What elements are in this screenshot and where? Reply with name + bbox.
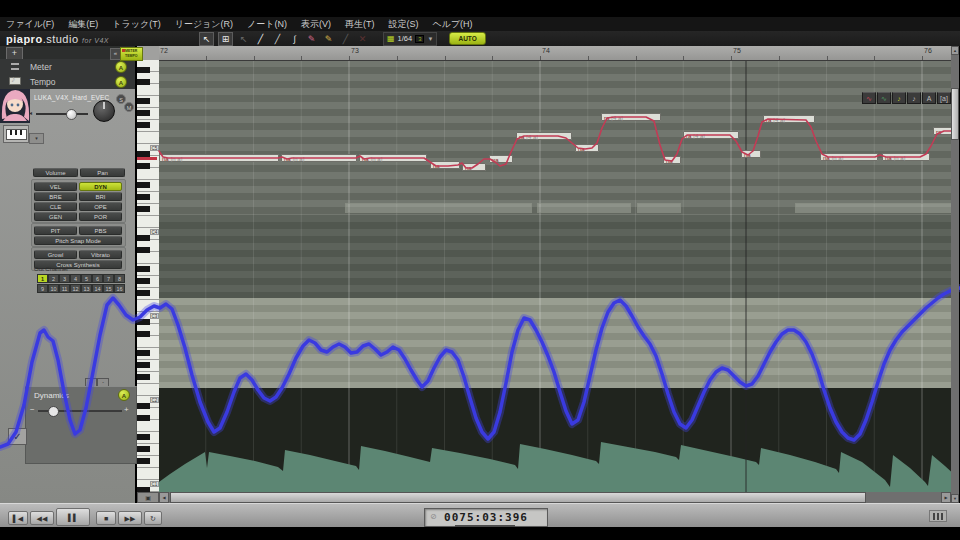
piano-keyboard[interactable]: C5C4C3C2C1 [137,60,159,492]
black-key[interactable] [137,319,150,325]
chevron-down-icon[interactable]: ▼ [427,36,433,42]
black-key[interactable] [137,110,150,116]
marker-tool[interactable]: ✎ [322,33,335,45]
black-key[interactable] [137,163,150,169]
black-key[interactable] [137,290,150,296]
horizontal-scrollbar[interactable]: ▣ ◀ ▶ [137,492,951,503]
auto-button[interactable]: AUTO [449,32,485,45]
out-channel-11[interactable]: 11 [59,284,70,293]
menu-item[interactable]: トラック(T) [112,18,160,31]
lane-visible-checkbox[interactable]: ✓ [8,428,27,445]
dynamics-curve-toggle[interactable]: ∿ [877,92,891,104]
out-channel-2[interactable]: 2 [48,274,59,283]
scroll-left-icon[interactable]: ◀ [159,492,169,503]
out-channel-15[interactable]: 15 [103,284,114,293]
pencil-tool[interactable]: ╱ [254,33,267,45]
delete-tool[interactable]: ✕ [356,33,369,45]
note[interactable]: na [741,150,761,158]
pitch-curve-toggle[interactable]: ∿ [862,92,876,104]
curve-tool[interactable]: ∫ [288,33,301,45]
note[interactable]: na [430,161,460,169]
forward-button[interactable]: ▶▶ [118,511,142,525]
meter-auto-button[interactable]: A [115,61,127,73]
dynamics-zoom-thumb[interactable] [48,406,59,417]
note[interactable]: na[n a] [820,153,878,161]
eraser-tool[interactable]: ✎ [305,33,318,45]
param-button-volume[interactable]: Volume [33,168,78,177]
note[interactable]: na[n a] [281,154,357,162]
note[interactable]: na [575,144,599,152]
note[interactable]: na[n a] [882,153,930,161]
menu-item[interactable]: 設定(S) [388,18,418,31]
black-key[interactable] [137,362,150,368]
track-name[interactable]: LUKA_V4X_Hard_EVEC [34,94,110,101]
out-channel-14[interactable]: 14 [92,284,103,293]
black-key[interactable] [137,206,150,212]
black-key[interactable] [137,331,150,337]
hand-tool[interactable]: ⊞ [218,32,233,46]
quantize-control[interactable]: ▦ 1/64 3 ▼ [383,32,437,46]
pause-button[interactable]: ▌▌ [56,508,90,526]
arrow-tool[interactable]: ↖ [237,33,250,45]
scroll-down-icon[interactable]: ▼ [951,494,959,503]
out-channel-6[interactable]: 6 [92,274,103,283]
param-button-pan[interactable]: Pan [80,168,125,177]
menu-item[interactable]: リージョン(R) [175,18,233,31]
black-key[interactable] [137,266,150,272]
param-button-por[interactable]: POR [79,212,122,221]
tempo-track-row[interactable]: Tempo A [0,74,135,90]
audio-preview-toggle[interactable]: ♪ [892,92,906,104]
menu-item[interactable]: 表示(V) [301,18,331,31]
note[interactable]: ra[4 a] [763,115,815,123]
menu-item[interactable]: 編集(E) [68,18,98,31]
param-button-dyn[interactable]: DYN [79,182,122,191]
menu-item[interactable]: ヘルプ(H) [432,18,472,31]
black-key[interactable] [137,182,150,188]
note-name-toggle[interactable]: ♪ [907,92,921,104]
param-button-ope[interactable]: OPE [79,202,122,211]
mute-button[interactable]: M [124,102,134,112]
param-button-pbs[interactable]: PBS [79,226,122,235]
timeline-ruler[interactable]: 7273747576 [159,46,951,61]
black-key[interactable] [137,415,150,421]
param-button-vibrato[interactable]: Vibrato [79,250,122,259]
out-channel-12[interactable]: 12 [70,284,81,293]
scroll-up-icon[interactable]: ▲ [951,46,959,55]
volume-slider-thumb[interactable] [66,109,77,120]
black-key[interactable] [137,79,150,85]
black-key[interactable] [137,247,150,253]
black-key[interactable] [137,67,150,73]
tempo-auto-button[interactable]: A [115,76,127,88]
black-key[interactable] [137,446,150,452]
dynamics-zoom-out[interactable]: − [30,405,35,414]
param-button-cle[interactable]: CLE [34,202,77,211]
param-button-gen[interactable]: GEN [34,212,77,221]
meter-track-row[interactable]: Meter A [0,59,135,75]
menu-item[interactable]: ノート(N) [247,18,287,31]
out-channel-1[interactable]: 1 [37,274,48,283]
note[interactable]: ra[4 a] [601,113,661,121]
note[interactable]: ra[4 a] [516,132,572,140]
black-key[interactable] [137,374,150,380]
out-channel-3[interactable]: 3 [59,274,70,283]
dim-pencil-tool[interactable]: ╱ [339,33,352,45]
phoneme-toggle[interactable]: [a] [937,92,951,104]
menu-item[interactable]: ファイル(F) [6,18,54,31]
lyric-toggle[interactable]: A [922,92,936,104]
rewind-button[interactable]: ◀◀ [30,511,54,525]
note[interactable]: na[n a] [159,154,279,162]
scroll-right-icon[interactable]: ▶ [941,492,951,503]
out-channel-5[interactable]: 5 [81,274,92,283]
black-key[interactable] [137,403,150,409]
keyboard-panel-icon[interactable] [929,510,947,522]
out-channel-8[interactable]: 8 [114,274,125,283]
param-button-pit[interactable]: PIT [34,226,77,235]
note[interactable]: ra[4 a] [683,131,739,139]
out-channel-7[interactable]: 7 [103,274,114,283]
select-tool[interactable]: ↖ [199,32,214,46]
vertical-scrollbar[interactable]: ▲ ▼ [951,46,959,503]
note[interactable]: na [462,163,486,171]
stop-button[interactable]: ■ [96,511,116,525]
out-channel-13[interactable]: 13 [81,284,92,293]
black-key[interactable] [137,458,150,464]
